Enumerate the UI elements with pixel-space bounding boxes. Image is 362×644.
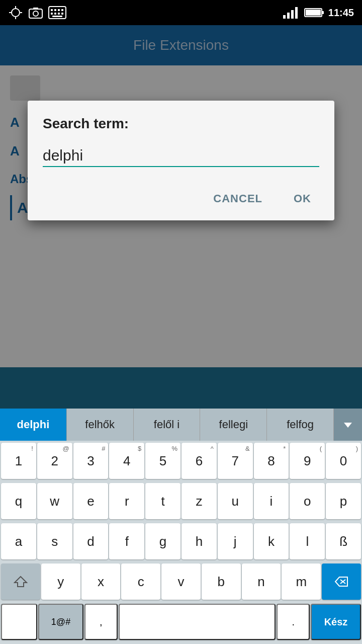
svg-rect-23 [322,11,324,14]
key-a[interactable]: a [1,523,36,559]
key-f[interactable]: f [109,523,144,559]
key-v[interactable]: v [161,564,201,600]
key-q[interactable]: q [1,483,36,519]
key-c[interactable]: c [121,564,160,600]
key-p[interactable]: p [326,483,361,519]
key-3[interactable]: #3 [73,443,109,479]
svg-rect-24 [306,10,321,16]
q-row: q w e r t z u i o p [0,481,362,521]
ok-button[interactable]: OK [286,187,319,210]
svg-rect-15 [58,13,60,15]
key-r[interactable]: r [109,483,144,519]
chevron-down-icon [342,419,354,431]
comma-key[interactable]: , [84,604,118,640]
key-7[interactable]: &7 [218,443,253,479]
key-8[interactable]: *8 [254,443,289,479]
svg-point-29 [17,620,21,624]
key-2[interactable]: @2 [37,443,72,479]
svg-rect-10 [54,9,56,11]
key-5[interactable]: %5 [145,443,180,479]
key-z[interactable]: z [182,483,217,519]
key-i[interactable]: i [254,483,289,519]
svg-marker-25 [344,423,352,428]
suggestions-dropdown[interactable] [334,409,362,441]
key-n[interactable]: n [242,564,281,600]
svg-marker-26 [15,577,27,587]
key-b[interactable]: b [202,564,241,600]
search-input[interactable] [43,147,319,164]
key-9[interactable]: (9 [290,443,325,479]
period-key[interactable]: . [277,604,310,640]
key-e[interactable]: e [73,483,109,519]
svg-rect-20 [291,10,294,19]
key-s[interactable]: s [37,523,72,559]
dialog-buttons: CANCEL OK [43,182,319,210]
key-t[interactable]: t [145,483,180,519]
bottom-row: 1@# , . Kész [0,602,362,644]
svg-rect-11 [58,9,60,11]
status-icons [8,5,66,20]
key-4[interactable]: $4 [109,443,144,479]
backspace-icon [334,576,348,587]
settings-key[interactable] [1,604,37,640]
key-g[interactable]: g [145,523,180,559]
svg-rect-5 [29,9,42,18]
a-row: a s d f g h j k l ß [0,521,362,561]
svg-rect-16 [61,13,63,15]
key-u[interactable]: u [218,483,253,519]
status-time: 11:45 [328,7,354,19]
space-key[interactable] [119,604,276,640]
backspace-key[interactable] [322,564,361,600]
svg-rect-13 [51,13,53,15]
key-j[interactable]: j [218,523,253,559]
key-h[interactable]: h [182,523,217,559]
number-row: !1 @2 #3 $4 %5 ^6 &7 *8 (9 )0 [0,441,362,481]
key-1[interactable]: !1 [1,443,36,479]
key-x[interactable]: x [81,564,121,600]
search-dialog: Search term: CANCEL OK [28,101,334,220]
svg-rect-21 [295,7,298,19]
key-d[interactable]: d [73,523,109,559]
dialog-title: Search term: [43,116,319,132]
sym-key[interactable]: 1@# [38,604,83,640]
suggestion-feloli[interactable]: felől i [134,409,201,441]
key-sz[interactable]: ß [326,523,361,559]
done-key[interactable]: Kész [311,604,361,640]
svg-rect-17 [52,16,62,17]
svg-point-6 [33,11,38,16]
status-right: 11:45 [282,6,354,19]
key-o[interactable]: o [290,483,325,519]
svg-rect-12 [61,9,63,11]
key-k[interactable]: k [254,523,289,559]
key-6[interactable]: ^6 [182,443,217,479]
keyboard: delphi felhők felől i fellegi felfog !1 … [0,409,362,644]
svg-rect-9 [51,9,53,11]
weather-icon [8,5,23,20]
camera-icon [28,5,43,20]
key-m[interactable]: m [282,564,321,600]
key-y[interactable]: y [41,564,80,600]
shift-key[interactable] [1,564,40,600]
suggestion-delphi[interactable]: delphi [0,409,67,441]
svg-rect-14 [54,13,56,15]
battery-icon [304,7,324,18]
svg-point-0 [12,9,20,17]
keyboard-icon [48,6,66,19]
svg-rect-19 [287,13,290,19]
key-0[interactable]: )0 [326,443,361,479]
key-l[interactable]: l [290,523,325,559]
suggestion-fellegi[interactable]: fellegi [200,409,267,441]
suggestions-row: delphi felhők felől i fellegi felfog [0,409,362,441]
suggestion-felhok[interactable]: felhők [67,409,134,441]
suggestion-felfog[interactable]: felfog [267,409,334,441]
signal-icon [282,6,300,19]
dialog-input-wrapper [43,147,319,167]
svg-rect-18 [283,15,286,19]
svg-rect-7 [33,8,38,10]
settings-icon [12,615,26,629]
shift-row: y x c v b n m [0,561,362,602]
key-w[interactable]: w [37,483,72,519]
status-bar: 11:45 [0,0,362,25]
shift-icon [14,575,28,589]
cancel-button[interactable]: CANCEL [205,187,270,210]
